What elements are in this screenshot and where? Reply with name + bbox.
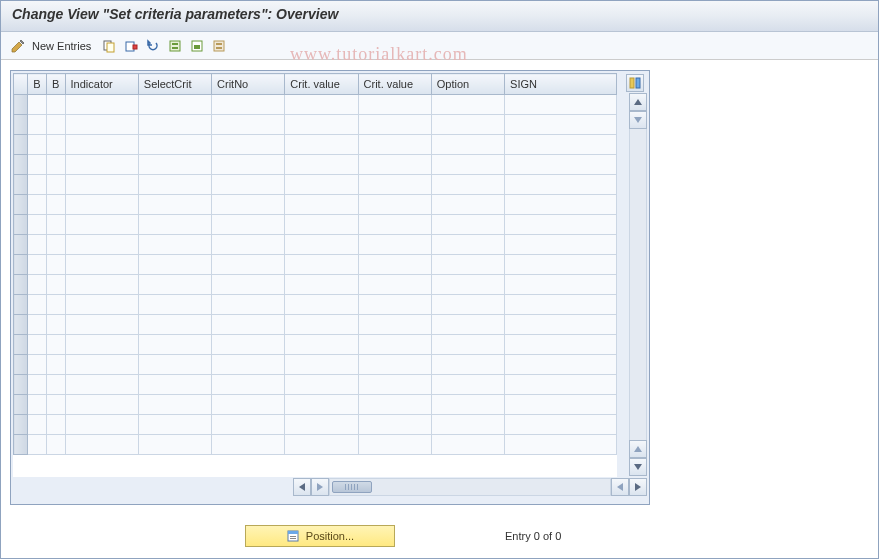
table-settings-icon[interactable] [626, 74, 644, 92]
row-handle[interactable] [14, 295, 28, 315]
cell[interactable] [212, 295, 285, 315]
cell[interactable] [431, 115, 504, 135]
cell[interactable] [358, 235, 431, 255]
cell[interactable] [46, 135, 65, 155]
cell[interactable] [431, 415, 504, 435]
cell[interactable] [65, 235, 138, 255]
scroll-track-horizontal[interactable] [329, 478, 611, 496]
table-row[interactable] [14, 375, 617, 395]
cell[interactable] [28, 375, 47, 395]
col-header-selectcrit[interactable]: SelectCrit [138, 74, 211, 95]
cell[interactable] [46, 375, 65, 395]
cell[interactable] [358, 115, 431, 135]
undo-icon[interactable] [143, 36, 163, 56]
row-handle[interactable] [14, 355, 28, 375]
cell[interactable] [431, 215, 504, 235]
cell[interactable] [138, 135, 211, 155]
cell[interactable] [46, 315, 65, 335]
cell[interactable] [65, 335, 138, 355]
cell[interactable] [505, 355, 617, 375]
cell[interactable] [28, 155, 47, 175]
cell[interactable] [358, 155, 431, 175]
cell[interactable] [431, 195, 504, 215]
cell[interactable] [138, 235, 211, 255]
table-row[interactable] [14, 115, 617, 135]
col-header-option[interactable]: Option [431, 74, 504, 95]
edit-icon[interactable] [8, 36, 28, 56]
col-header-critno[interactable]: CritNo [212, 74, 285, 95]
row-handle[interactable] [14, 235, 28, 255]
table-row[interactable] [14, 275, 617, 295]
table-row[interactable] [14, 395, 617, 415]
cell[interactable] [285, 275, 358, 295]
cell[interactable] [285, 195, 358, 215]
cell[interactable] [358, 415, 431, 435]
cell[interactable] [285, 235, 358, 255]
cell[interactable] [505, 195, 617, 215]
col-header-indicator[interactable]: Indicator [65, 74, 138, 95]
cell[interactable] [285, 395, 358, 415]
cell[interactable] [358, 355, 431, 375]
table-row[interactable] [14, 415, 617, 435]
cell[interactable] [505, 135, 617, 155]
cell[interactable] [285, 335, 358, 355]
position-button[interactable]: Position... [245, 525, 395, 547]
row-handle[interactable] [14, 275, 28, 295]
cell[interactable] [28, 135, 47, 155]
cell[interactable] [28, 315, 47, 335]
cell[interactable] [212, 95, 285, 115]
cell[interactable] [358, 435, 431, 455]
cell[interactable] [46, 175, 65, 195]
cell[interactable] [212, 355, 285, 375]
cell[interactable] [46, 435, 65, 455]
cell[interactable] [65, 95, 138, 115]
cell[interactable] [431, 435, 504, 455]
cell[interactable] [65, 115, 138, 135]
cell[interactable] [358, 275, 431, 295]
cell[interactable] [505, 255, 617, 275]
cell[interactable] [358, 315, 431, 335]
cell[interactable] [138, 295, 211, 315]
cell[interactable] [358, 295, 431, 315]
cell[interactable] [505, 175, 617, 195]
cell[interactable] [28, 295, 47, 315]
row-handle[interactable] [14, 415, 28, 435]
deselect-all-icon[interactable] [209, 36, 229, 56]
cell[interactable] [28, 95, 47, 115]
cell[interactable] [212, 415, 285, 435]
cell[interactable] [46, 235, 65, 255]
cell[interactable] [46, 275, 65, 295]
cell[interactable] [358, 335, 431, 355]
table-row[interactable] [14, 255, 617, 275]
cell[interactable] [138, 395, 211, 415]
cell[interactable] [46, 95, 65, 115]
row-handle[interactable] [14, 255, 28, 275]
cell[interactable] [28, 255, 47, 275]
cell[interactable] [505, 435, 617, 455]
table-row[interactable] [14, 295, 617, 315]
cell[interactable] [138, 335, 211, 355]
cell[interactable] [138, 155, 211, 175]
cell[interactable] [46, 395, 65, 415]
cell[interactable] [431, 395, 504, 415]
cell[interactable] [285, 95, 358, 115]
row-handle[interactable] [14, 435, 28, 455]
cell[interactable] [28, 335, 47, 355]
cell[interactable] [212, 375, 285, 395]
cell[interactable] [285, 315, 358, 335]
cell[interactable] [285, 295, 358, 315]
row-selector-header[interactable] [14, 74, 28, 95]
cell[interactable] [28, 215, 47, 235]
cell[interactable] [358, 175, 431, 195]
cell[interactable] [505, 155, 617, 175]
table-row[interactable] [14, 355, 617, 375]
cell[interactable] [431, 95, 504, 115]
cell[interactable] [285, 255, 358, 275]
cell[interactable] [358, 215, 431, 235]
cell[interactable] [46, 155, 65, 175]
table-row[interactable] [14, 95, 617, 115]
cell[interactable] [212, 195, 285, 215]
cell[interactable] [28, 275, 47, 295]
cell[interactable] [212, 435, 285, 455]
col-header-b1[interactable]: B [28, 74, 47, 95]
